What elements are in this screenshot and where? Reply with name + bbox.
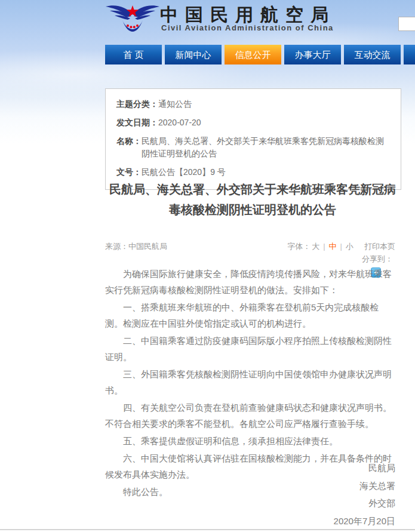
separator: | xyxy=(323,242,325,251)
font-size-option-1[interactable]: 中 xyxy=(329,242,337,251)
meta-value: 民航局、海关总署、外交部关于来华航班乘客凭新冠病毒核酸检测阴性证明登机的公告 xyxy=(142,135,390,160)
site-title-en: Civil Aviation Administration of China xyxy=(161,23,334,32)
signature-date: 2020年7月20日 xyxy=(105,512,395,530)
font-size-label: 字体： xyxy=(287,242,311,251)
meta-label: 主题分类： xyxy=(116,98,158,110)
article-paragraph: 为确保国际旅行健康安全，降低疫情跨境传播风险，对来华航班乘客实行凭新冠病毒核酸检… xyxy=(105,266,395,298)
meta-row: 名称：民航局、海关总署、外交部关于来华航班乘客凭新冠病毒核酸检测阴性证明登机的公… xyxy=(116,135,390,160)
font-size-option-2[interactable]: 小 xyxy=(346,242,353,251)
main-nav: 首 页新闻中心信息公开办事大厅互动交流 xyxy=(105,45,415,64)
font-size-option-0[interactable]: 大 xyxy=(312,242,319,251)
meta-label: 发文日期： xyxy=(116,116,158,129)
document-meta-box: 主题分类：通知公告发文日期：2020-07-20名称：民航局、海关总署、外交部关… xyxy=(105,88,401,190)
article-paragraph: 五、乘客提供虚假证明和信息，须承担相应法律责任。 xyxy=(105,433,395,449)
font-size-controls: 字体：大|中|小打印本页 xyxy=(287,241,395,252)
nav-tab-0[interactable]: 首 页 xyxy=(105,45,162,64)
article-toolbar: 来源：中国民航局 字体：大|中|小打印本页 xyxy=(105,241,395,252)
caac-wings-logo xyxy=(105,2,160,33)
meta-value: 2020-07-20 xyxy=(158,116,390,129)
search-input[interactable] xyxy=(398,17,415,31)
article-paragraph: 一、搭乘航班来华航班的中、外籍乘客在登机前5天内完成核酸检测。检测应在中国驻外使… xyxy=(105,299,395,331)
signature-line: 外交部 xyxy=(105,494,395,512)
article-title: 民航局、海关总署、外交部关于来华航班乘客凭新冠病毒核酸检测阴性证明登机的公告 xyxy=(105,179,400,220)
nav-tab-2[interactable]: 信息公开 xyxy=(225,45,281,64)
article-paragraph: 二、中国籍乘客通过防疫健康码国际版小程序拍照上传核酸检测阴性证明。 xyxy=(105,333,395,365)
meta-row: 文号：民航公告【2020】9 号 xyxy=(116,166,390,179)
signature-line: 民航局 xyxy=(105,459,395,477)
nav-tab-partial[interactable] xyxy=(404,45,415,64)
share-label: 分享到： xyxy=(362,254,393,263)
meta-label: 文号： xyxy=(116,166,142,179)
bottom-divider xyxy=(0,529,415,530)
meta-value: 民航公告【2020】9 号 xyxy=(142,166,390,179)
meta-row: 发文日期：2020-07-20 xyxy=(116,116,390,129)
meta-row: 主题分类：通知公告 xyxy=(116,98,390,110)
signature-line: 海关总署 xyxy=(105,477,395,495)
nav-tab-1[interactable]: 新闻中心 xyxy=(165,45,222,64)
nav-tab-3[interactable]: 办事大厅 xyxy=(284,45,341,64)
article-paragraph: 四、有关航空公司负责在登机前查验健康码状态和健康状况声明书。不符合相关要求的乘客… xyxy=(105,399,395,432)
print-button[interactable]: 打印本页 xyxy=(364,242,395,251)
article-source: 来源：中国民航局 xyxy=(105,241,167,252)
nav-tab-4[interactable]: 互动交流 xyxy=(344,45,401,64)
separator: | xyxy=(340,242,342,251)
signature-block: 民航局海关总署外交部2020年7月20日 xyxy=(105,459,395,530)
article-paragraph: 三、外国籍乘客凭核酸检测阴性证明向中国使领馆申办健康状况声明书。 xyxy=(105,366,395,398)
share-row: 分享到： xyxy=(105,254,393,265)
meta-label: 名称： xyxy=(116,135,142,160)
meta-value: 通知公告 xyxy=(158,98,390,110)
